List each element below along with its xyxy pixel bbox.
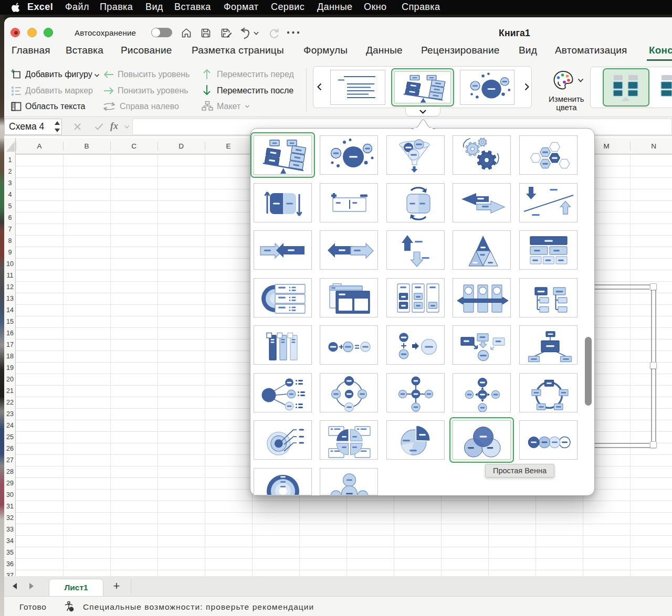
svg-text:!: !	[71, 607, 72, 612]
